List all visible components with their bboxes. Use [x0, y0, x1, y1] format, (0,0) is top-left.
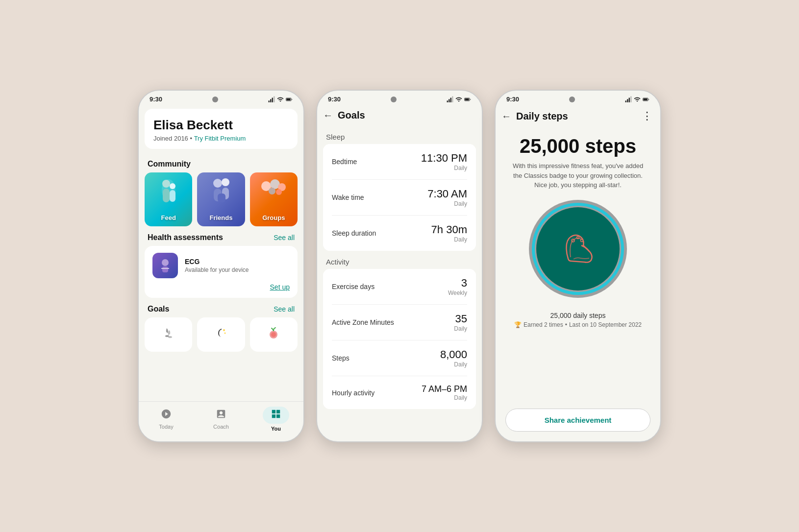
svg-rect-3	[274, 96, 275, 102]
goal-sleep[interactable]	[197, 317, 245, 352]
community-card-groups[interactable]: Groups	[250, 172, 298, 226]
assessment-desc: Available for your device	[185, 266, 249, 273]
bottom-nav: Today Coach You	[139, 401, 303, 441]
earned-text: Earned 2 times	[524, 321, 563, 328]
profile-name: Elisa Beckett	[153, 118, 289, 133]
profile-card: Elisa Beckett Joined 2016 • Try Fitbit P…	[145, 109, 298, 149]
svg-rect-8	[163, 189, 170, 202]
exercisedays-row[interactable]: Exercise days 3 Weekly	[323, 269, 476, 304]
wifi-icon-3	[634, 96, 641, 103]
activity-section-title: Activity	[317, 251, 482, 269]
svg-rect-22	[162, 266, 168, 272]
coach-icon	[216, 409, 226, 422]
svg-rect-32	[450, 97, 451, 102]
svg-rect-30	[447, 100, 448, 102]
assessment-text: ECG Available for your device	[185, 258, 249, 273]
exercisedays-value: 3 Weekly	[448, 277, 467, 296]
svg-rect-31	[449, 99, 449, 102]
battery-icon-2	[464, 96, 471, 103]
wifi-icon	[277, 96, 284, 103]
svg-rect-36	[625, 100, 626, 102]
svg-point-44	[581, 239, 583, 242]
wifi-icon-2	[455, 96, 462, 103]
badge-title: 25,000 daily steps	[550, 312, 606, 319]
activezone-row[interactable]: Active Zone Minutes 35 Daily	[323, 305, 476, 340]
svg-point-11	[213, 179, 222, 188]
phone2-content: Sleep Bedtime 11:30 PM Daily Wake time 7…	[317, 126, 482, 441]
nav-you[interactable]: You	[249, 407, 303, 432]
battery-icon	[286, 96, 293, 103]
status-bar-3: 9:30	[496, 91, 660, 105]
back-button-3[interactable]: ←	[501, 111, 511, 122]
badge-outer	[529, 200, 627, 298]
svg-rect-35	[465, 98, 469, 100]
bedtime-label: Bedtime	[332, 158, 357, 166]
signal-icon-3	[625, 96, 632, 103]
svg-point-9	[170, 183, 175, 189]
activezone-value: 35 Daily	[454, 313, 467, 332]
svg-rect-1	[270, 99, 271, 102]
friends-label: Friends	[197, 214, 245, 221]
status-bar-2: 9:30	[317, 91, 482, 105]
friends-illustration	[204, 176, 238, 208]
back-button-2[interactable]: ←	[323, 110, 333, 121]
steps-row[interactable]: Steps 8,000 Daily	[323, 340, 476, 376]
svg-point-27	[224, 332, 225, 334]
phone3-content: 25,000 steps With this impressive fitnes…	[496, 127, 660, 441]
you-icon	[271, 411, 281, 421]
today-icon	[161, 409, 172, 422]
premium-link[interactable]: Try Fitbit Premium	[194, 135, 246, 142]
dailysteps-title: Daily steps	[516, 111, 568, 122]
community-card-friends[interactable]: Friends	[197, 172, 245, 226]
community-card-feed[interactable]: Feed	[145, 172, 192, 226]
svg-point-19	[269, 188, 275, 194]
goals-see-all[interactable]: See all	[274, 305, 295, 313]
more-button-3[interactable]: ⋮	[642, 110, 652, 122]
svg-point-26	[223, 329, 225, 331]
setup-button[interactable]: Set up	[152, 283, 290, 291]
share-button[interactable]: Share achievement	[505, 409, 650, 432]
badge-inner	[536, 207, 620, 290]
svg-rect-41	[643, 98, 647, 100]
assessment-row: ECG Available for your device	[152, 253, 290, 278]
svg-rect-2	[272, 97, 273, 102]
goals-page-title: Goals	[338, 110, 365, 121]
goal-steps[interactable]	[145, 317, 192, 352]
sleep-icon	[214, 326, 228, 343]
goals-header: Goals See all	[139, 298, 303, 317]
time-2: 9:30	[328, 96, 341, 103]
camera-notch-2	[391, 97, 397, 102]
signal-icon-2	[447, 96, 453, 103]
waketime-label: Wake time	[332, 193, 364, 201]
nav-today[interactable]: Today	[139, 409, 194, 430]
goal-nutrition[interactable]	[250, 317, 298, 352]
feed-label: Feed	[145, 214, 192, 221]
hourlyactivity-row[interactable]: Hourly activity 7 AM–6 PM Daily	[323, 376, 476, 409]
svg-point-13	[222, 178, 229, 186]
goals-row	[139, 317, 303, 352]
bedtime-row[interactable]: Bedtime 11:30 PM Daily	[323, 144, 476, 179]
health-see-all[interactable]: See all	[274, 234, 295, 242]
sleep-section-title: Sleep	[317, 126, 482, 144]
battery-icon-3	[643, 96, 649, 103]
phone1-content: Elisa Beckett Joined 2016 • Try Fitbit P…	[139, 105, 303, 441]
status-icons-2	[447, 96, 471, 103]
you-label: You	[271, 426, 281, 432]
waketime-value: 7:30 AM Daily	[427, 188, 467, 207]
sleepduration-row[interactable]: Sleep duration 7h 30m Daily	[323, 216, 476, 251]
svg-rect-33	[452, 96, 453, 102]
assessment-card: ECG Available for your device Set up	[145, 246, 298, 298]
svg-rect-37	[627, 99, 628, 102]
trophy-icon: 🏆	[514, 321, 522, 328]
svg-point-21	[162, 259, 169, 266]
svg-rect-39	[630, 96, 631, 102]
svg-rect-38	[629, 97, 630, 102]
status-icons-3	[625, 96, 649, 103]
health-title: Health assessments	[148, 233, 223, 242]
steps-value: 8,000 Daily	[440, 348, 467, 368]
waketime-row[interactable]: Wake time 7:30 AM Daily	[323, 180, 476, 215]
coach-label: Coach	[213, 424, 229, 430]
nav-coach[interactable]: Coach	[194, 409, 249, 430]
sleep-group: Bedtime 11:30 PM Daily Wake time 7:30 AM…	[323, 144, 476, 251]
separator: •	[565, 321, 567, 328]
